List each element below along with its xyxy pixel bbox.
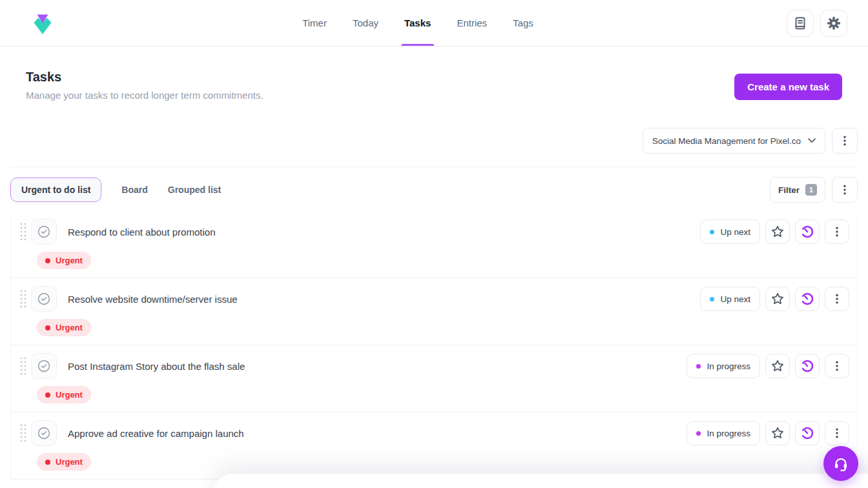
- view-tab-urgent-list[interactable]: Urgent to do list: [10, 178, 101, 202]
- favorite-task-button[interactable]: [765, 354, 790, 378]
- view-tab-grouped-list[interactable]: Grouped list: [168, 185, 221, 195]
- project-menu-button[interactable]: [832, 128, 858, 154]
- kebab-menu-icon: [829, 224, 845, 239]
- status-badge[interactable]: In progress: [687, 421, 760, 445]
- tab-today[interactable]: Today: [353, 0, 378, 46]
- task-title[interactable]: Resolve website downtime/server issue: [68, 294, 238, 305]
- status-dot: [696, 364, 701, 369]
- project-dropdown[interactable]: Social Media Management for Pixel.co: [643, 128, 825, 154]
- check-circle-icon: [36, 425, 52, 441]
- tag-urgent[interactable]: Urgent: [37, 319, 91, 336]
- task-row: Resolve website downtime/server issue Up…: [11, 278, 857, 345]
- task-title[interactable]: Approve ad creative for campaign launch: [68, 428, 244, 439]
- create-task-button[interactable]: Create a new task: [734, 74, 842, 100]
- status-dot: [696, 431, 701, 436]
- favorite-task-button[interactable]: [765, 219, 790, 244]
- task-row: Approve ad creative for campaign launch …: [11, 412, 857, 480]
- app-header: Timer Today Tasks Entries Tags: [0, 0, 868, 46]
- page-head: Tasks Manage your tasks to record longer…: [10, 46, 858, 101]
- favorite-task-button[interactable]: [765, 421, 790, 445]
- tag-dot: [45, 392, 50, 398]
- task-menu-button[interactable]: [825, 219, 849, 244]
- check-circle-icon: [36, 224, 52, 239]
- page-head-text: Tasks Manage your tasks to record longer…: [26, 70, 264, 101]
- timer-icon: [800, 358, 815, 374]
- drag-handle-icon[interactable]: [19, 289, 27, 309]
- status-label: Up next: [720, 227, 750, 237]
- timer-icon: [800, 291, 815, 307]
- tab-timer[interactable]: Timer: [302, 0, 327, 46]
- main-nav: Timer Today Tasks Entries Tags: [302, 0, 533, 46]
- view-tabs: Urgent to do list Board Grouped list: [10, 178, 221, 202]
- project-selector-row: Social Media Management for Pixel.co: [10, 128, 858, 167]
- status-dot: [710, 297, 714, 301]
- start-timer-button[interactable]: [795, 287, 820, 311]
- kebab-menu-icon: [829, 358, 845, 374]
- settings-button[interactable]: [820, 10, 847, 37]
- favorite-task-button[interactable]: [765, 287, 790, 311]
- tag-dot: [45, 460, 50, 465]
- complete-task-button[interactable]: [31, 420, 57, 446]
- status-badge[interactable]: Up next: [700, 287, 760, 311]
- timer-icon: [800, 224, 815, 239]
- view-tab-board[interactable]: Board: [121, 185, 147, 195]
- tag-urgent[interactable]: Urgent: [37, 453, 91, 471]
- kebab-menu-icon: [829, 425, 845, 441]
- timer-icon: [800, 425, 815, 441]
- start-timer-button[interactable]: [795, 219, 820, 244]
- complete-task-button[interactable]: [31, 353, 57, 379]
- kebab-menu-icon: [837, 133, 852, 148]
- tag-dot: [45, 325, 50, 330]
- kebab-menu-icon: [829, 291, 845, 307]
- tag-label: Urgent: [56, 323, 83, 332]
- main-content: Tasks Manage your tasks to record longer…: [10, 46, 858, 480]
- complete-task-button[interactable]: [31, 286, 57, 312]
- check-circle-icon: [36, 358, 52, 374]
- page-subtitle: Manage your tasks to record longer term …: [26, 90, 264, 101]
- drag-handle-icon[interactable]: [19, 356, 27, 376]
- task-row: Post Instagram Story about the flash sal…: [11, 345, 857, 412]
- task-menu-button[interactable]: [825, 421, 849, 445]
- star-icon: [770, 358, 785, 374]
- filter-button[interactable]: Filter 1: [770, 177, 825, 203]
- task-title[interactable]: Post Instagram Story about the flash sal…: [68, 361, 245, 372]
- status-label: Up next: [720, 294, 750, 304]
- headset-icon: [832, 455, 849, 472]
- tag-label: Urgent: [56, 457, 83, 467]
- task-menu-button[interactable]: [825, 287, 849, 311]
- gear-icon: [826, 15, 842, 31]
- star-icon: [770, 291, 785, 307]
- filter-count-badge: 1: [805, 184, 817, 196]
- book-icon: [792, 15, 808, 31]
- tag-label: Urgent: [56, 256, 83, 265]
- start-timer-button[interactable]: [795, 354, 820, 378]
- help-button[interactable]: [823, 446, 858, 481]
- drag-handle-icon[interactable]: [19, 222, 27, 241]
- task-menu-button[interactable]: [825, 354, 849, 378]
- tag-urgent[interactable]: Urgent: [37, 386, 91, 403]
- chevron-down-icon: [808, 138, 816, 143]
- start-timer-button[interactable]: [795, 421, 820, 445]
- project-dropdown-label: Social Media Management for Pixel.co: [652, 136, 801, 146]
- tab-tags[interactable]: Tags: [513, 0, 533, 46]
- list-toolbar: Filter 1: [770, 177, 858, 203]
- star-icon: [770, 224, 785, 239]
- app-logo-icon[interactable]: [31, 12, 54, 35]
- filter-label: Filter: [778, 185, 800, 195]
- tab-tasks[interactable]: Tasks: [404, 0, 431, 46]
- view-tabs-row: Urgent to do list Board Grouped list Fil…: [10, 167, 858, 211]
- list-menu-button[interactable]: [832, 177, 858, 203]
- status-label: In progress: [707, 429, 750, 438]
- status-badge[interactable]: In progress: [687, 354, 760, 378]
- page-title: Tasks: [26, 70, 264, 85]
- task-title[interactable]: Respond to client about promotion: [68, 227, 215, 238]
- tag-urgent[interactable]: Urgent: [37, 252, 91, 269]
- status-badge[interactable]: Up next: [700, 219, 760, 244]
- check-circle-icon: [36, 291, 52, 307]
- tab-entries[interactable]: Entries: [457, 0, 487, 46]
- complete-task-button[interactable]: [31, 219, 57, 245]
- tag-dot: [45, 258, 50, 263]
- task-list: Respond to client about promotion Up nex…: [10, 211, 858, 480]
- library-button[interactable]: [787, 10, 814, 37]
- drag-handle-icon[interactable]: [19, 423, 27, 443]
